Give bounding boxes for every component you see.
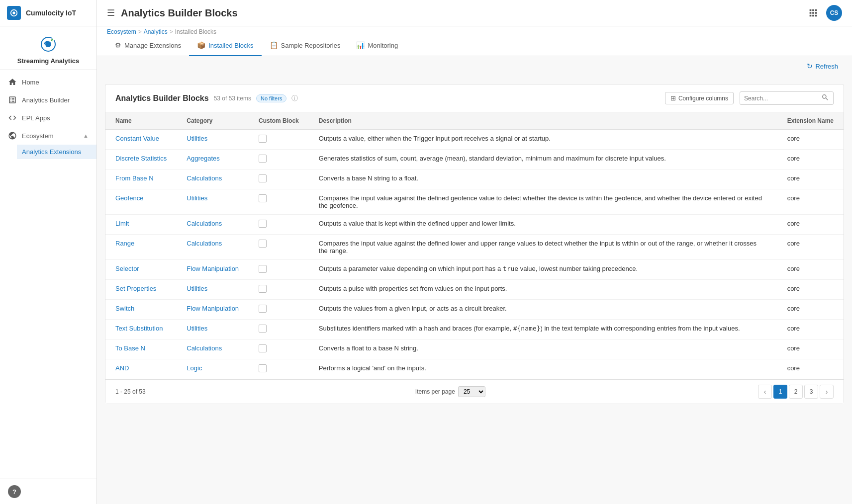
col-header-category[interactable]: Category	[177, 112, 249, 130]
svg-text:✓: ✓	[52, 39, 54, 42]
custom-block-checkbox-10[interactable]	[259, 344, 267, 352]
table-row: RangeCalculationsCompares the input valu…	[105, 235, 844, 260]
cell-name-2[interactable]: From Base N	[105, 169, 177, 189]
cell-custom-block-8[interactable]	[249, 300, 309, 320]
custom-block-checkbox-3[interactable]	[259, 194, 267, 202]
configure-columns-label: Configure columns	[678, 95, 728, 102]
col-header-name[interactable]: Name	[105, 112, 177, 130]
custom-block-checkbox-2[interactable]	[259, 174, 267, 182]
refresh-button[interactable]: ↻ Refresh	[803, 60, 842, 72]
page-navigation: ‹ 1 2 3 ›	[758, 385, 834, 399]
custom-block-checkbox-1[interactable]	[259, 155, 267, 163]
sidebar-item-home[interactable]: Home	[0, 73, 96, 91]
info-icon[interactable]: ⓘ	[291, 94, 298, 103]
cell-description-2: Converts a base N string to a float.	[309, 169, 777, 189]
cell-custom-block-3[interactable]	[249, 189, 309, 215]
cell-description-11: Performs a logical 'and' on the inputs.	[309, 359, 777, 379]
cell-custom-block-11[interactable]	[249, 359, 309, 379]
user-avatar[interactable]: CS	[826, 5, 842, 21]
cell-name-10[interactable]: To Base N	[105, 339, 177, 359]
manage-extensions-icon: ⚙	[115, 41, 121, 49]
cell-name-7[interactable]: Set Properties	[105, 280, 177, 300]
cell-description-6: Outputs a parameter value depending on w…	[309, 260, 777, 280]
breadcrumb-analytics[interactable]: Analytics	[144, 28, 168, 35]
table-header-section: Analytics Builder Blocks 53 of 53 items …	[105, 84, 844, 112]
custom-block-checkbox-4[interactable]	[259, 220, 267, 228]
cell-custom-block-7[interactable]	[249, 280, 309, 300]
cell-name-0[interactable]: Constant Value	[105, 130, 177, 150]
sidebar-label-analytics-builder: Analytics Builder	[22, 96, 70, 104]
cell-custom-block-4[interactable]	[249, 215, 309, 235]
breadcrumb: Ecosystem > Analytics > Installed Blocks	[97, 26, 852, 35]
cell-name-4[interactable]: Limit	[105, 215, 177, 235]
search-input[interactable]	[744, 95, 819, 102]
next-page-button[interactable]: ›	[820, 385, 834, 399]
cell-name-6[interactable]: Selector	[105, 260, 177, 280]
custom-block-checkbox-7[interactable]	[259, 285, 267, 293]
cell-category-8: Flow Manipulation	[177, 300, 249, 320]
cell-category-10: Calculations	[177, 339, 249, 359]
search-box	[740, 91, 834, 105]
cell-custom-block-9[interactable]	[249, 320, 309, 339]
col-header-description[interactable]: Description	[309, 112, 777, 130]
pagination-bar: 1 - 25 of 53 Items per page 25 50 100 ‹ …	[105, 379, 844, 404]
cell-custom-block-10[interactable]	[249, 339, 309, 359]
sidebar-item-analytics-extensions[interactable]: Analytics Extensions	[17, 145, 96, 159]
custom-block-checkbox-11[interactable]	[259, 364, 267, 372]
cell-custom-block-0[interactable]	[249, 130, 309, 150]
cell-custom-block-1[interactable]	[249, 150, 309, 169]
custom-block-checkbox-9[interactable]	[259, 325, 267, 333]
cell-description-3: Compares the input value against the def…	[309, 189, 777, 215]
cell-extension-6: core	[777, 260, 844, 280]
custom-block-checkbox-8[interactable]	[259, 305, 267, 313]
tab-monitoring[interactable]: 📊 Monitoring	[348, 35, 406, 56]
cell-extension-11: core	[777, 359, 844, 379]
cell-custom-block-2[interactable]	[249, 169, 309, 189]
table-body: Constant ValueUtilitiesOutputs a value, …	[105, 130, 844, 379]
items-per-page-select[interactable]: 25 50 100	[458, 386, 485, 397]
table-row: Set PropertiesUtilitiesOutputs a pulse w…	[105, 280, 844, 300]
items-per-page: Items per page 25 50 100	[415, 386, 488, 397]
pagination-range: 1 - 25 of 53	[115, 388, 146, 395]
cell-category-3: Utilities	[177, 189, 249, 215]
custom-block-checkbox-5[interactable]	[259, 240, 267, 248]
cell-extension-0: core	[777, 130, 844, 150]
breadcrumb-ecosystem[interactable]: Ecosystem	[107, 28, 136, 35]
cell-name-11[interactable]: AND	[105, 359, 177, 379]
custom-block-checkbox-0[interactable]	[259, 135, 267, 143]
sidebar-item-analytics-builder[interactable]: Analytics Builder	[0, 91, 96, 109]
cell-custom-block-5[interactable]	[249, 235, 309, 260]
no-filters-badge[interactable]: No filters	[256, 94, 286, 102]
page-button-1[interactable]: 1	[773, 385, 787, 399]
cell-name-9[interactable]: Text Substitution	[105, 320, 177, 339]
sidebar-item-epl-apps[interactable]: EPL Apps	[0, 109, 96, 127]
col-header-custom-block[interactable]: Custom Block	[249, 112, 309, 130]
tab-sample-repositories[interactable]: 📋 Sample Repositories	[262, 35, 349, 56]
hamburger-menu[interactable]: ☰	[107, 7, 115, 18]
col-header-extension-name[interactable]: Extension Name	[777, 112, 844, 130]
help-button[interactable]: ?	[8, 485, 21, 498]
sidebar-item-ecosystem[interactable]: Ecosystem ▲	[0, 127, 96, 145]
cell-name-5[interactable]: Range	[105, 235, 177, 260]
prev-page-button[interactable]: ‹	[758, 385, 772, 399]
page-title: Analytics Builder Blocks	[121, 7, 799, 19]
cell-name-1[interactable]: Discrete Statistics	[105, 150, 177, 169]
help-button-container: ?	[0, 479, 96, 504]
cell-custom-block-6[interactable]	[249, 260, 309, 280]
tab-installed-blocks[interactable]: 📦 Installed Blocks	[189, 35, 261, 56]
configure-columns-button[interactable]: ⊞ Configure columns	[665, 92, 734, 104]
page-button-2[interactable]: 2	[789, 385, 803, 399]
search-icon[interactable]	[821, 93, 829, 103]
apps-grid-icon[interactable]	[805, 5, 821, 21]
breadcrumb-current: Installed Blocks	[175, 28, 216, 35]
cell-name-3[interactable]: Geofence	[105, 189, 177, 215]
page-button-3[interactable]: 3	[804, 385, 818, 399]
tab-manage-extensions-label: Manage Extensions	[124, 42, 181, 49]
analytics-builder-icon	[8, 95, 17, 104]
cell-name-8[interactable]: Switch	[105, 300, 177, 320]
table-row: Text SubstitutionUtilitiesSubstitutes id…	[105, 320, 844, 339]
ecosystem-chevron-icon: ▲	[83, 133, 89, 139]
tab-manage-extensions[interactable]: ⚙ Manage Extensions	[107, 35, 189, 56]
custom-block-checkbox-6[interactable]	[259, 265, 267, 273]
sidebar-label-analytics-extensions: Analytics Extensions	[22, 148, 81, 156]
